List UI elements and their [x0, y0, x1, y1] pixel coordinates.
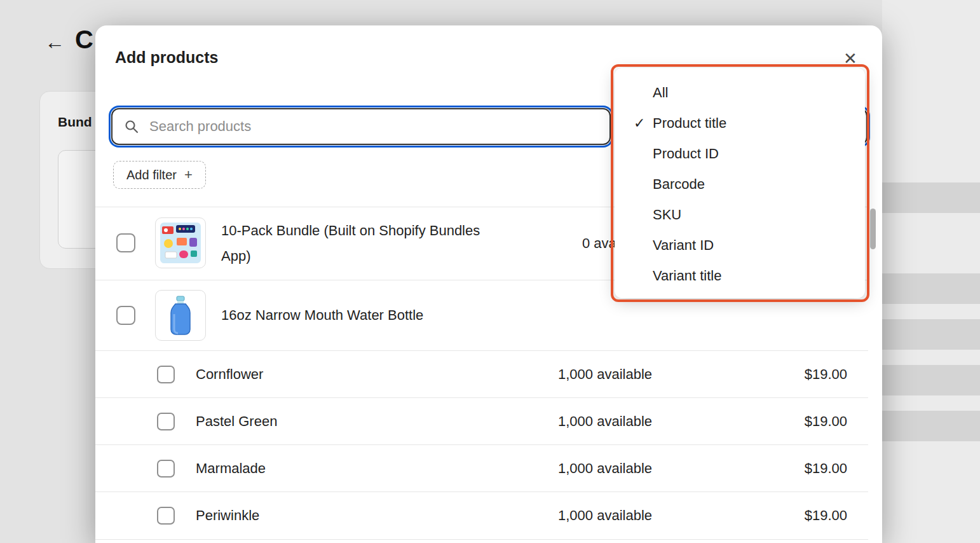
- variant-price: $19.00: [805, 507, 847, 524]
- product-title: 10-Pack Bundle (Built on Shopify Bundles…: [221, 218, 494, 269]
- variant-checkbox[interactable]: [157, 366, 175, 383]
- add-filter-button[interactable]: Add filter +: [113, 161, 206, 189]
- modal-scrollbar-thumb[interactable]: [870, 209, 876, 249]
- background-table-row: [882, 411, 980, 441]
- dropdown-item-sku[interactable]: SKU: [615, 200, 865, 230]
- variant-row[interactable]: Pastel Green 1,000 available $19.00: [95, 397, 868, 444]
- variant-row[interactable]: Cornflower 1,000 available $19.00: [95, 350, 868, 397]
- background-table-row: [882, 273, 980, 304]
- back-arrow-icon[interactable]: ←: [44, 31, 65, 54]
- variant-availability: 1,000 available: [558, 507, 652, 524]
- variant-availability: 1,000 available: [558, 366, 652, 383]
- dropdown-item-product-title[interactable]: ✓ Product title: [615, 108, 865, 139]
- variant-name: Marmalade: [196, 460, 266, 477]
- background-table-row: [882, 319, 980, 350]
- sticker-pack-image: [160, 223, 201, 263]
- dropdown-item-label: Variant title: [653, 268, 721, 284]
- background-table-row: [882, 182, 980, 213]
- dropdown-item-label: Variant ID: [653, 237, 714, 253]
- variant-name: Cornflower: [196, 366, 263, 383]
- variant-price: $19.00: [805, 413, 847, 430]
- add-filter-label: Add filter: [126, 168, 177, 182]
- dropdown-item-label: Product title: [653, 115, 726, 131]
- close-icon[interactable]: ✕: [838, 46, 863, 71]
- product-thumbnail: [155, 217, 206, 268]
- modal-title: Add products: [115, 48, 219, 67]
- product-checkbox[interactable]: [116, 306, 135, 325]
- dropdown-item-label: SKU: [653, 207, 681, 223]
- variant-checkbox[interactable]: [157, 413, 175, 430]
- search-by-dropdown: All ✓ Product title Product ID Barcode S…: [615, 68, 865, 298]
- water-bottle-image: [167, 295, 194, 336]
- variant-availability: 1,000 available: [558, 413, 652, 430]
- row-divider: [95, 539, 868, 540]
- dropdown-item-variant-title[interactable]: Variant title: [615, 261, 865, 291]
- variant-row[interactable]: Periwinkle 1,000 available $19.00: [95, 491, 868, 539]
- dropdown-item-variant-id[interactable]: Variant ID: [615, 230, 865, 261]
- variant-price: $19.00: [805, 366, 847, 383]
- variant-price: $19.00: [805, 460, 847, 477]
- variant-checkbox[interactable]: [157, 507, 175, 525]
- checkmark-icon: ✓: [634, 108, 645, 139]
- search-input[interactable]: [111, 108, 611, 145]
- bundle-card-label: Bund: [58, 114, 92, 130]
- variant-name: Periwinkle: [196, 507, 259, 524]
- product-checkbox[interactable]: [116, 233, 135, 252]
- product-title: 16oz Narrow Mouth Water Bottle: [221, 303, 494, 328]
- dropdown-item-all[interactable]: All: [615, 78, 865, 108]
- product-thumbnail: [155, 290, 206, 341]
- variant-name: Pastel Green: [196, 413, 277, 430]
- variant-availability: 1,000 available: [558, 460, 652, 477]
- dropdown-item-product-id[interactable]: Product ID: [615, 139, 865, 169]
- background-table-row: [882, 365, 980, 395]
- dropdown-item-barcode[interactable]: Barcode: [615, 169, 865, 200]
- search-field-wrap: [111, 108, 611, 145]
- plus-icon: +: [184, 167, 193, 183]
- background-table-strip: [882, 0, 980, 543]
- dropdown-item-label: Product ID: [653, 146, 719, 162]
- background-page-title: C: [75, 25, 93, 54]
- variant-checkbox[interactable]: [157, 460, 175, 478]
- variant-row[interactable]: Marmalade 1,000 available $19.00: [95, 444, 868, 491]
- dropdown-item-label: All: [653, 85, 668, 100]
- dropdown-item-label: Barcode: [653, 176, 705, 192]
